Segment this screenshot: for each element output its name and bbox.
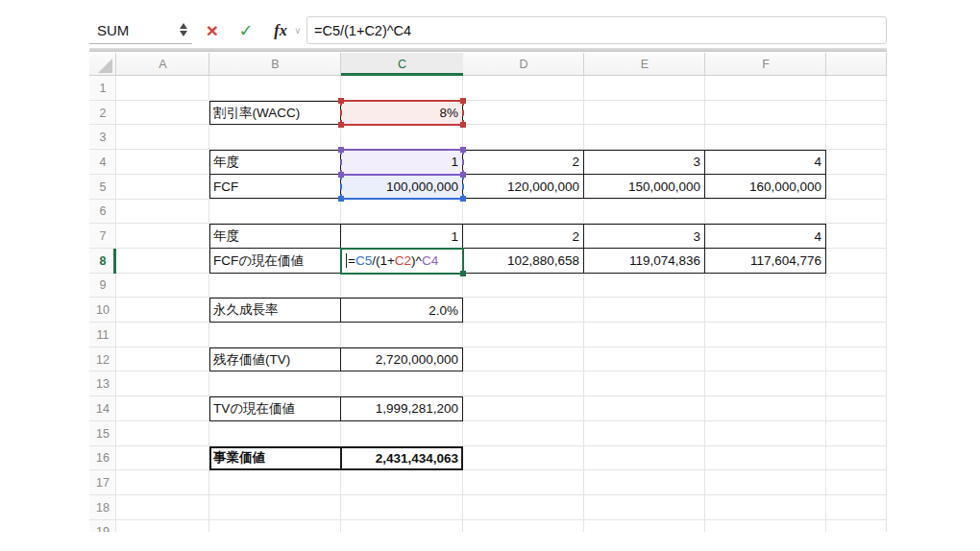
- cell-C8[interactable]: =C5/(1+C2)^C4: [341, 249, 463, 274]
- cell-F7[interactable]: 4: [705, 224, 826, 249]
- formula-part: C5: [355, 253, 372, 268]
- column-header-D[interactable]: D: [463, 53, 584, 76]
- formula-bar-separator: [89, 48, 887, 52]
- cell-F5[interactable]: 160,000,000: [705, 175, 826, 200]
- row-header-7[interactable]: 7: [89, 224, 116, 249]
- formula-part: C2: [395, 253, 411, 268]
- name-box-stepper[interactable]: [180, 23, 187, 36]
- formula-part: C4: [422, 253, 438, 268]
- sheet-grid[interactable]: ABCDEF12345678910111213141516171819割引率(W…: [89, 53, 887, 532]
- cell-D5[interactable]: 120,000,000: [463, 175, 584, 200]
- formula-part: /(1+: [372, 253, 395, 268]
- row-header-18[interactable]: 18: [89, 495, 116, 520]
- stepper-down-icon[interactable]: [180, 31, 187, 36]
- gridline-horizontal: [89, 494, 887, 495]
- cell-C10[interactable]: 2.0%: [341, 298, 463, 323]
- gridline-vertical: [583, 76, 584, 532]
- formula-part: )^: [411, 253, 422, 268]
- name-box-value: SUM: [97, 22, 129, 38]
- active-column-underline: [341, 73, 463, 76]
- row-header-2[interactable]: 2: [89, 101, 116, 126]
- cancel-icon[interactable]: ×: [200, 16, 225, 44]
- cell-E4[interactable]: 3: [584, 150, 705, 175]
- cell-D4[interactable]: 2: [463, 150, 584, 175]
- cell-C4[interactable]: 1: [341, 150, 463, 175]
- cell-B5[interactable]: FCF: [209, 175, 341, 200]
- column-header-F[interactable]: F: [705, 53, 826, 76]
- cell-C7[interactable]: 1: [341, 224, 463, 249]
- column-header-E[interactable]: E: [584, 53, 705, 76]
- select-all-corner[interactable]: [89, 53, 116, 76]
- row-header-11[interactable]: 11: [89, 323, 116, 347]
- cell-B12[interactable]: 残存価値(TV): [209, 347, 341, 372]
- row-header-3[interactable]: 3: [89, 125, 116, 150]
- cell-E5[interactable]: 150,000,000: [584, 175, 705, 200]
- cell-C12[interactable]: 2,720,000,000: [341, 347, 463, 372]
- formula-part: =: [348, 253, 355, 268]
- stepper-up-icon[interactable]: [180, 23, 187, 29]
- gridline-vertical: [825, 76, 826, 532]
- cell-B4[interactable]: 年度: [209, 150, 341, 175]
- gridline-horizontal: [89, 519, 887, 520]
- cell-D8[interactable]: 102,880,658: [463, 249, 584, 274]
- select-all-triangle-icon: [98, 59, 112, 73]
- row-header-19[interactable]: 19: [89, 520, 116, 532]
- cell-C2[interactable]: 8%: [341, 101, 463, 126]
- column-header-partial[interactable]: [826, 53, 887, 76]
- cell-B10[interactable]: 永久成長率: [209, 298, 341, 323]
- row-header-14[interactable]: 14: [89, 396, 116, 421]
- gridline-vertical: [886, 76, 887, 532]
- row-header-16[interactable]: 16: [89, 446, 116, 471]
- insert-function-icon[interactable]: fx: [268, 16, 293, 44]
- text-caret: [346, 253, 347, 268]
- cell-B7[interactable]: 年度: [209, 224, 341, 249]
- column-header-B[interactable]: B: [209, 53, 341, 76]
- name-box[interactable]: SUM: [89, 16, 192, 44]
- cell-B16[interactable]: 事業価値: [209, 446, 341, 471]
- cell-E8[interactable]: 119,074,836: [584, 249, 705, 274]
- cell-C5[interactable]: 100,000,000: [341, 175, 463, 200]
- cell-B2[interactable]: 割引率(WACC): [209, 101, 341, 126]
- cell-F8[interactable]: 117,604,776: [705, 249, 826, 274]
- row-header-17[interactable]: 17: [89, 470, 116, 495]
- row-header-12[interactable]: 12: [89, 347, 116, 372]
- cell-D7[interactable]: 2: [463, 224, 584, 249]
- row-header-8[interactable]: 8: [89, 249, 116, 274]
- formula-bar-chevron-icon[interactable]: ∨: [291, 16, 305, 44]
- cell-C14[interactable]: 1,999,281,200: [341, 396, 463, 421]
- row-header-4[interactable]: 4: [89, 150, 116, 175]
- row-header-6[interactable]: 6: [89, 200, 116, 225]
- row-header-1[interactable]: 1: [89, 76, 116, 101]
- cell-F4[interactable]: 4: [705, 150, 826, 175]
- cell-B8[interactable]: FCFの現在価値: [209, 249, 341, 274]
- row-header-15[interactable]: 15: [89, 421, 116, 446]
- row-header-5[interactable]: 5: [89, 175, 116, 200]
- row-header-9[interactable]: 9: [89, 274, 116, 299]
- confirm-icon[interactable]: ✓: [233, 16, 258, 44]
- row-header-10[interactable]: 10: [89, 298, 116, 323]
- formula-input[interactable]: =C5/(1+C2)^C4: [306, 16, 887, 44]
- spreadsheet-app: SUM × ✓ fx ∨ =C5/(1+C2)^C4 ABCDEF1234567…: [0, 0, 980, 551]
- row-header-13[interactable]: 13: [89, 371, 116, 396]
- column-header-A[interactable]: A: [116, 53, 209, 76]
- gridline-vertical: [704, 76, 705, 532]
- cell-B14[interactable]: TVの現在価値: [209, 396, 341, 421]
- cell-E7[interactable]: 3: [584, 224, 705, 249]
- cell-C16[interactable]: 2,431,434,063: [341, 446, 463, 471]
- active-row-bar: [113, 249, 116, 274]
